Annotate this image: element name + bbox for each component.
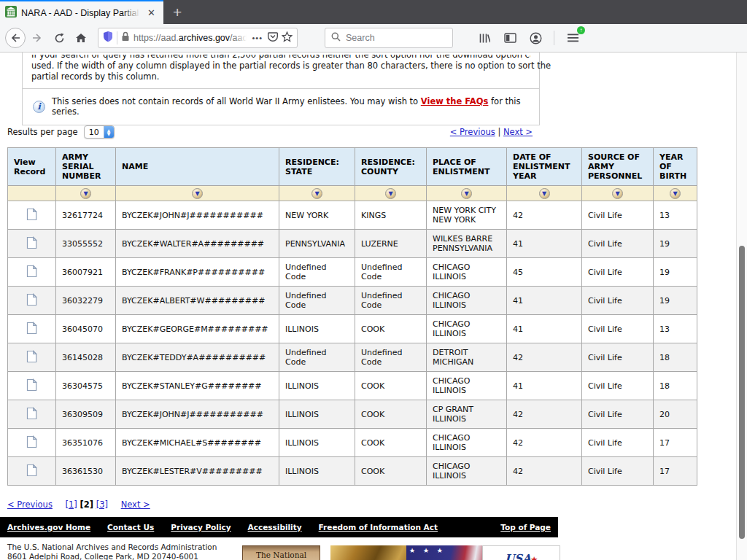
sort-cell — [8, 186, 56, 201]
cell-place: CHICAGO ILLINOIS — [427, 429, 507, 457]
col-serial: ARMY SERIAL NUMBER — [56, 148, 116, 186]
page-scrollbar — [736, 52, 747, 560]
view-record-button[interactable] — [8, 201, 56, 230]
cell-year: 42 — [507, 343, 582, 372]
search-input[interactable]: Search — [325, 28, 453, 48]
cell-state: ILLINOIS — [279, 315, 355, 343]
browser-tab[interactable]: NARA - AAD - Display Partial Re ✕ — [0, 0, 163, 24]
sort-button[interactable]: ▼ — [670, 188, 681, 199]
view-record-button[interactable] — [8, 258, 56, 287]
search-icon — [331, 31, 341, 44]
cell-county: Undefined Code — [355, 287, 427, 315]
cell-state: ILLINOIS — [279, 372, 355, 400]
page-link-1[interactable]: [1] — [66, 499, 77, 510]
table-row: 36309509BYCZEK#JOHN#J###########ILLINOIS… — [8, 400, 697, 429]
cell-state: Undefined Code — [279, 287, 355, 315]
next-link-bottom[interactable]: Next > — [121, 499, 150, 510]
sort-cell: ▼ — [279, 186, 355, 201]
previous-link-bottom[interactable]: < Previous — [7, 499, 53, 510]
footer-link-contact[interactable]: Contact Us — [107, 523, 154, 532]
tab-close-icon[interactable]: ✕ — [144, 6, 158, 20]
cell-birth: 17 — [654, 429, 697, 457]
url-text: https://aad.archives.gov/aad/display-par… — [133, 33, 247, 43]
sort-button[interactable]: ▼ — [385, 188, 396, 199]
view-record-button[interactable] — [8, 315, 56, 343]
top-of-page-link[interactable]: Top of Page — [500, 523, 551, 532]
cell-place: DETROIT MICHIGAN — [427, 343, 507, 372]
table-row: 36145028BYCZEK#TEDDY#A##########Undefine… — [8, 343, 697, 372]
home-icon[interactable] — [70, 27, 92, 49]
cell-serial: 36304575 — [56, 372, 116, 400]
library-icon[interactable] — [475, 28, 494, 47]
sort-button[interactable]: ▼ — [311, 188, 322, 199]
cell-state: ILLINOIS — [279, 457, 355, 486]
cell-serial: 36032279 — [56, 287, 116, 315]
cell-birth: 17 — [654, 457, 697, 486]
cell-birth: 13 — [654, 315, 697, 343]
cell-county: Undefined Code — [355, 258, 427, 287]
next-link-top[interactable]: Next > — [503, 127, 533, 137]
account-icon[interactable] — [526, 28, 545, 47]
tracking-protection-shield-icon[interactable] — [103, 31, 113, 45]
cell-year: 42 — [507, 201, 582, 230]
results-per-page-select[interactable]: 10 ▲▼ — [84, 125, 115, 139]
menu-hamburger-icon[interactable]: ↑ — [563, 28, 582, 47]
page-link-3[interactable]: [3] — [96, 499, 108, 510]
national-archives-banner[interactable]: The National Archives — [242, 545, 320, 560]
lock-icon[interactable] — [121, 31, 130, 44]
sort-button[interactable]: ▼ — [612, 188, 623, 199]
footer-link-foia[interactable]: Freedom of Information Act — [319, 523, 438, 532]
pocket-icon[interactable] — [268, 31, 278, 44]
sort-button[interactable]: ▼ — [80, 188, 91, 199]
sort-cell: ▼ — [427, 186, 507, 201]
usa-freedom-corps-banner[interactable]: USA★ — [482, 545, 560, 560]
footer-link-privacy[interactable]: Privacy Policy — [171, 523, 231, 532]
sort-button[interactable]: ▼ — [539, 188, 550, 199]
sort-cell: ▼ — [654, 186, 697, 201]
bookmark-star-icon[interactable] — [282, 31, 293, 45]
cell-source: Civil Life — [582, 400, 654, 429]
footer-link-accessibility[interactable]: Accessibility — [248, 523, 302, 532]
forward-button[interactable] — [26, 27, 48, 49]
cell-place: CHICAGO ILLINOIS — [427, 258, 507, 287]
cell-year: 41 — [507, 372, 582, 400]
scrollbar-thumb[interactable] — [739, 246, 745, 539]
view-record-button[interactable] — [8, 400, 56, 429]
cell-year: 42 — [507, 400, 582, 429]
view-faqs-link[interactable]: View the FAQs — [421, 96, 489, 106]
select-stepper-icon: ▲▼ — [104, 125, 114, 139]
cell-serial: 32617724 — [56, 201, 116, 230]
new-tab-button[interactable]: + — [163, 0, 191, 24]
view-record-button[interactable] — [8, 372, 56, 400]
sort-button[interactable]: ▼ — [461, 188, 472, 199]
cell-name: BYCZEK#JOHN#J########### — [116, 201, 279, 230]
search-placeholder: Search — [346, 33, 375, 43]
reload-icon[interactable] — [48, 27, 70, 49]
gold-eagle-banner[interactable] — [330, 545, 409, 560]
cell-birth: 20 — [654, 400, 697, 429]
cell-source: Civil Life — [582, 457, 654, 486]
back-button[interactable] — [4, 27, 26, 49]
view-record-button[interactable] — [8, 429, 56, 457]
cell-state: PENNSYLVANIA — [279, 230, 355, 258]
cell-year: 42 — [507, 429, 582, 457]
view-record-button[interactable] — [8, 343, 56, 372]
intro-note-box: If your search or query has returned mor… — [22, 52, 540, 125]
browser-toolbar: https://aad.archives.gov/aad/display-par… — [0, 24, 747, 52]
page-actions-icon[interactable]: ••• — [250, 34, 264, 42]
view-record-button[interactable] — [8, 230, 56, 258]
current-page: [2] — [80, 499, 94, 510]
nara-favicon-icon — [5, 6, 17, 20]
us-flag-banner[interactable]: ★ ★ ★ — [406, 545, 484, 560]
view-record-button[interactable] — [8, 287, 56, 315]
footer-link-archives-home[interactable]: Archives.gov Home — [7, 523, 90, 532]
sort-button[interactable]: ▼ — [192, 188, 203, 199]
intro-line3: partial records by this column. — [31, 71, 530, 82]
view-record-button[interactable] — [8, 457, 56, 486]
cell-name: BYCZEK#FRANK#P########## — [116, 258, 279, 287]
cell-county: COOK — [355, 372, 427, 400]
sidebar-toggle-icon[interactable] — [500, 28, 519, 47]
url-bar[interactable]: https://aad.archives.gov/aad/display-par… — [98, 28, 298, 48]
pager-top: < Previous | Next > — [394, 127, 533, 137]
previous-link-top[interactable]: < Previous — [450, 127, 495, 137]
